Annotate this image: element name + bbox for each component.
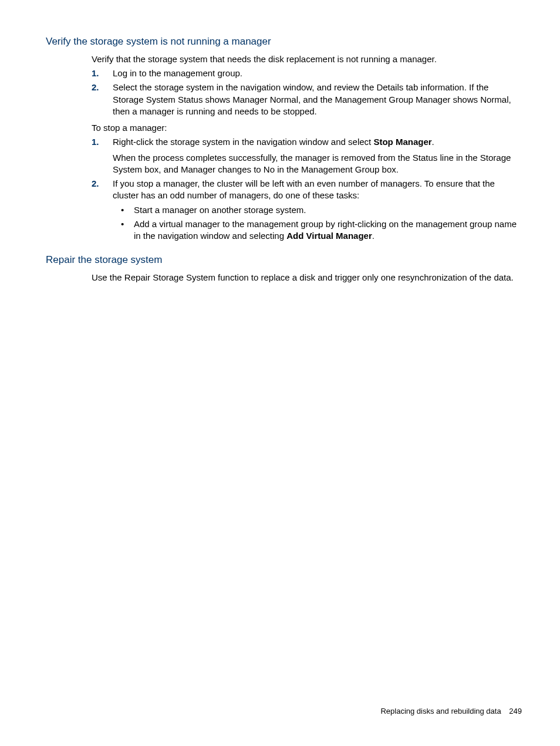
list-item: Log in to the management group. [92,67,522,79]
footer-page-number: 249 [509,707,522,715]
section-heading-repair: Repair the storage system [46,254,522,267]
verify-steps-list: Log in to the management group. Select t… [92,67,522,117]
step-text-suffix: . [432,137,434,147]
list-item: If you stop a manager, the cluster will … [92,178,522,242]
verify-intro-text: Verify that the storage system that need… [92,53,522,65]
list-item: Start a manager on another storage syste… [113,204,522,216]
stop-manager-intro: To stop a manager: [92,122,522,134]
list-item: Right-click the storage system in the na… [92,136,522,175]
bullet-text-suffix: . [372,231,375,241]
step-sub-paragraph: When the process completes successfully,… [113,152,522,176]
repair-body-text: Use the Repair Storage System function t… [92,272,522,283]
footer-title: Replacing disks and rebuilding data [380,707,501,715]
step-text-prefix: Right-click the storage system in the na… [113,137,373,147]
stop-manager-bold: Stop Manager [373,137,431,147]
stop-manager-steps-list: Right-click the storage system in the na… [92,136,522,242]
list-item: Add a virtual manager to the management … [113,218,522,242]
add-virtual-manager-bold: Add Virtual Manager [286,231,372,241]
page-footer: Replacing disks and rebuilding data 249 [380,706,522,717]
step-text: If you stop a manager, the cluster will … [113,178,495,200]
section-heading-verify: Verify the storage system is not running… [46,35,522,49]
sub-bullets: Start a manager on another storage syste… [113,204,522,242]
list-item: Select the storage system in the navigat… [92,82,522,117]
